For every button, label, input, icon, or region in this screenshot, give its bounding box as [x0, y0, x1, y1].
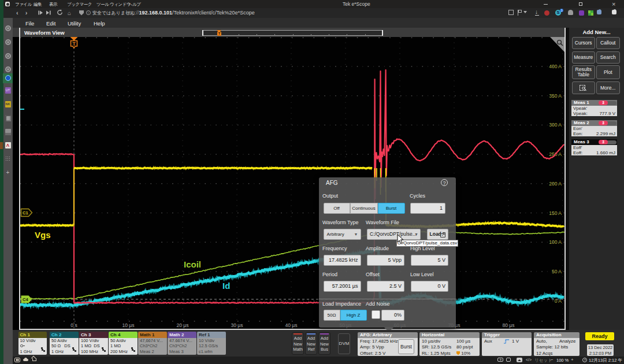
- svg-text:Vgs: Vgs: [35, 230, 51, 240]
- svg-text:T: T: [72, 41, 76, 47]
- svg-text:40 µs: 40 µs: [285, 322, 298, 328]
- svg-text:300 A: 300 A: [549, 122, 562, 128]
- svg-text:Icoil: Icoil: [184, 259, 201, 269]
- svg-text:50 A: 50 A: [552, 269, 562, 274]
- svg-text:100 A: 100 A: [549, 239, 562, 245]
- svg-text:200 A: 200 A: [549, 181, 562, 187]
- svg-text:C4: C4: [23, 297, 28, 302]
- svg-text:80 µs: 80 µs: [503, 322, 515, 328]
- svg-text:C1: C1: [23, 210, 28, 216]
- svg-text:400 A: 400 A: [549, 64, 562, 69]
- svg-text:10 µs: 10 µs: [122, 322, 135, 328]
- svg-text:350 A: 350 A: [549, 93, 562, 99]
- svg-text:20 µs: 20 µs: [177, 322, 189, 328]
- svg-text:30 µs: 30 µs: [231, 322, 243, 328]
- svg-text:150 A: 150 A: [549, 210, 562, 216]
- svg-text:Id: Id: [222, 281, 230, 291]
